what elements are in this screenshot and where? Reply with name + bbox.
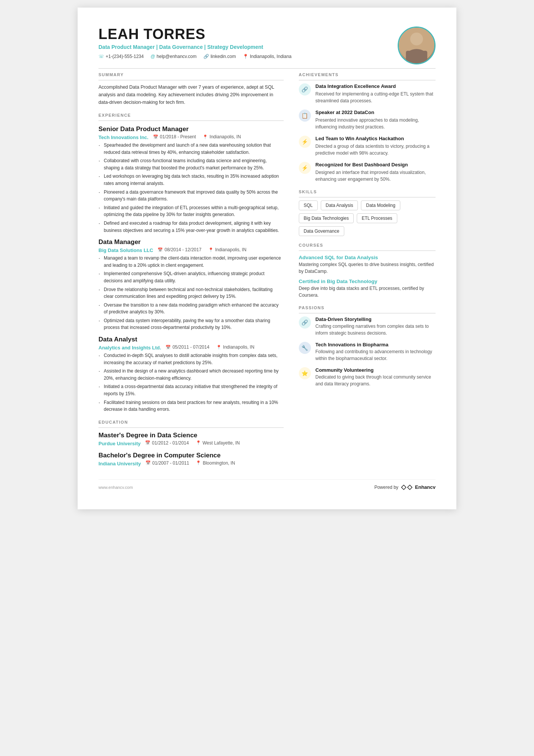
- phone-icon: ☏: [98, 54, 104, 59]
- contact-row: ☏ +1-(234)-555-1234 @ help@enhancv.com 🔗…: [98, 54, 390, 59]
- passion-desc-1: Crafting compelling narratives from comp…: [315, 323, 436, 337]
- bullet: Optimized data system interoperability, …: [98, 317, 284, 331]
- course-desc-1: Mastering complex SQL queries to drive b…: [299, 261, 436, 275]
- passion-text-1: Data-Driven Storytelling Crafting compel…: [315, 316, 436, 337]
- skill-tag-0: SQL: [299, 200, 318, 210]
- skills-title: SKILLS: [299, 189, 436, 194]
- job-meta-2: 📅 08/2014 - 12/2017 📍 Indianapolis, IN: [158, 247, 246, 252]
- job-location-1: 📍 Indianapolis, IN: [203, 134, 241, 139]
- passion-text-3: Community Volunteering Dedicated to givi…: [315, 367, 436, 387]
- pin-icon-2: 📍: [208, 247, 214, 252]
- contact-email: @ help@enhancv.com: [150, 54, 197, 59]
- achievement-text-1: Data Integration Excellence Award Receiv…: [315, 83, 436, 104]
- bullet: Spearheaded the development and launch o…: [98, 142, 284, 156]
- passion-2: 🔧 Tech Innovations in Biopharma Followin…: [299, 342, 436, 362]
- bullet: Facilitated training sessions on data be…: [98, 399, 284, 413]
- bullet: Managed a team to revamp the client-data…: [98, 255, 284, 269]
- passion-desc-3: Dedicated to giving back through local c…: [315, 374, 436, 387]
- passion-text-2: Tech Innovations in Biopharma Following …: [315, 342, 436, 362]
- achievement-icon-3: ⚡: [299, 136, 311, 148]
- skills-divider: [299, 197, 436, 197]
- svg-point-1: [410, 33, 423, 45]
- edu-entry-1: Master's Degree in Data Science Purdue U…: [98, 432, 284, 448]
- job-meta-3: 📅 05/2011 - 07/2014 📍 Indianapolis, IN: [166, 344, 254, 350]
- passion-3: ⭐ Community Volunteering Dedicated to gi…: [299, 367, 436, 387]
- job-company-2: Big Data Solutions LLC: [98, 247, 153, 253]
- course-title-1: Advanced SQL for Data Analysis: [299, 255, 436, 260]
- job-bullets-3: Conducted in-depth SQL analyses to disti…: [98, 352, 284, 413]
- job-title-1: Senior Data Product Manager: [98, 125, 284, 133]
- linkedin-text: linkedin.com: [211, 54, 236, 59]
- powered-by-text: Powered by: [374, 485, 398, 490]
- calendar-icon-1: 📅: [153, 135, 158, 139]
- pin-icon-edu1: 📍: [196, 440, 201, 445]
- svg-rect-3: [406, 51, 427, 62]
- contact-linkedin: 🔗 linkedin.com: [203, 54, 236, 59]
- header: LEAH TORRES Data Product Manager | Data …: [98, 27, 436, 64]
- candidate-subtitle: Data Product Manager | Data Governance |…: [98, 44, 390, 50]
- achievement-1: 🔗 Data Integration Excellence Award Rece…: [299, 83, 436, 104]
- skill-tag-4: ETL Processes: [357, 213, 397, 223]
- achievement-icon-2: 📋: [299, 110, 311, 122]
- location-icon: 📍: [243, 54, 248, 59]
- summary-title: SUMMARY: [98, 72, 284, 77]
- email-icon: @: [150, 54, 155, 59]
- achievement-text-2: Speaker at 2022 DataCon Presented innova…: [315, 110, 436, 130]
- job-dates-1: 📅 01/2018 - Present: [153, 134, 196, 139]
- course-1: Advanced SQL for Data Analysis Mastering…: [299, 255, 436, 275]
- achievement-title-4: Recognized for Best Dashboard Design: [315, 162, 436, 168]
- enhancv-logo-icon: [401, 484, 413, 490]
- bullet: Pioneered a data governance framework th…: [98, 189, 284, 203]
- achievement-desc-4: Designed an interface that improved data…: [315, 169, 436, 183]
- passions-title: PASSIONS: [299, 305, 436, 310]
- job-company-3: Analytics and Insights Ltd.: [98, 345, 161, 351]
- job-bullets-2: Managed a team to revamp the client-data…: [98, 255, 284, 331]
- avatar-image: [399, 28, 434, 63]
- job-entry-3: Data Analyst Analytics and Insights Ltd.…: [98, 336, 284, 413]
- edu-location-2: 📍 Bloomington, IN: [196, 460, 235, 466]
- phone-text: +1-(234)-555-1234: [106, 54, 144, 59]
- edu-degree-2: Bachelor's Degree in Computer Science: [98, 452, 284, 459]
- footer-brand: Powered by Enhancv: [374, 484, 436, 490]
- course-title-2: Certified in Big Data Technology: [299, 279, 436, 284]
- courses-divider: [299, 250, 436, 251]
- achievement-title-1: Data Integration Excellence Award: [315, 83, 436, 90]
- achievement-icon-4: ⚡: [299, 162, 311, 174]
- achievement-3: ⚡ Led Team to Win Analytics Hackathon Di…: [299, 136, 436, 157]
- bullet: Defined and executed a roadmap for data …: [98, 220, 284, 234]
- email-text: help@enhancv.com: [157, 54, 197, 59]
- edu-location-1: 📍 West Lafayette, IN: [196, 440, 240, 446]
- passions-divider: [299, 313, 436, 313]
- achievement-text-3: Led Team to Win Analytics Hackathon Dire…: [315, 136, 436, 157]
- bullet: Drove the relationship between technical…: [98, 286, 284, 300]
- bullet: Initiated a cross-departmental data accu…: [98, 383, 284, 397]
- pin-icon-3: 📍: [216, 345, 222, 350]
- bullet: Collaborated with cross-functional teams…: [98, 157, 284, 171]
- passion-icon-2: 🔧: [299, 342, 311, 354]
- education-title: EDUCATION: [98, 420, 284, 424]
- bullet: Oversaw the transition to a new data mod…: [98, 302, 284, 316]
- edu-dates-2: 📅 01/2007 - 01/2011: [145, 460, 189, 466]
- job-dates-2: 📅 08/2014 - 12/2017: [158, 247, 201, 252]
- achievement-title-2: Speaker at 2022 DataCon: [315, 110, 436, 116]
- achievement-title-3: Led Team to Win Analytics Hackathon: [315, 136, 436, 142]
- candidate-name: LEAH TORRES: [98, 27, 390, 42]
- edu-school-1: Purdue University: [98, 441, 141, 446]
- achievements-divider: [299, 80, 436, 80]
- link-icon: 🔗: [203, 54, 209, 59]
- experience-title: EXPERIENCE: [98, 113, 284, 117]
- achievement-icon-1: 🔗: [299, 83, 311, 95]
- achievement-text-4: Recognized for Best Dashboard Design Des…: [315, 162, 436, 183]
- passion-desc-2: Following and contributing to advancemen…: [315, 348, 436, 362]
- main-layout: SUMMARY Accomplished Data Product Manage…: [98, 72, 436, 468]
- course-desc-2: Deep dive into big data stacks and ETL p…: [299, 285, 436, 299]
- footer-website: www.enhancv.com: [98, 485, 133, 490]
- experience-divider: [98, 121, 284, 121]
- achievements-title: ACHIEVEMENTS: [299, 72, 436, 77]
- calendar-icon-2: 📅: [158, 247, 163, 252]
- job-dates-3: 📅 05/2011 - 07/2014: [166, 344, 209, 350]
- contact-location: 📍 Indianapolis, Indiana: [243, 54, 292, 59]
- pin-icon-edu2: 📍: [196, 460, 201, 465]
- course-2: Certified in Big Data Technology Deep di…: [299, 279, 436, 299]
- job-bullets-1: Spearheaded the development and launch o…: [98, 142, 284, 234]
